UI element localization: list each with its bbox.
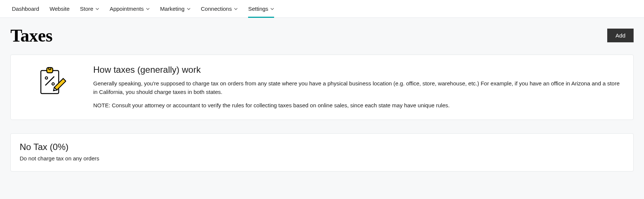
nav-label: Connections bbox=[201, 6, 232, 12]
nav-label: Marketing bbox=[160, 6, 185, 12]
nav-label: Appointments bbox=[110, 6, 144, 12]
nav-label: Store bbox=[80, 6, 93, 12]
nav-item-marketing[interactable]: Marketing bbox=[160, 0, 191, 18]
nav-item-website[interactable]: Website bbox=[49, 0, 69, 18]
tax-rule-card[interactable]: No Tax (0%) Do not charge tax on any ord… bbox=[10, 133, 634, 172]
chevron-down-icon bbox=[187, 7, 191, 11]
nav-item-dashboard[interactable]: Dashboard bbox=[12, 0, 39, 18]
page-header: Taxes Add bbox=[10, 25, 634, 46]
svg-point-2 bbox=[49, 68, 51, 70]
info-card-body: How taxes (generally) work Generally spe… bbox=[93, 65, 622, 110]
nav-item-connections[interactable]: Connections bbox=[201, 0, 238, 18]
chevron-down-icon bbox=[270, 7, 274, 11]
info-card-paragraph: Generally speaking, you're supposed to c… bbox=[93, 79, 622, 96]
tax-rule-description: Do not charge tax on any orders bbox=[20, 155, 624, 162]
info-card-title: How taxes (generally) work bbox=[93, 65, 622, 75]
add-button[interactable]: Add bbox=[607, 29, 634, 42]
nav-label: Settings bbox=[248, 6, 268, 12]
nav-label: Dashboard bbox=[12, 6, 39, 12]
page-content: Taxes Add How taxes (generally) work Gen… bbox=[0, 18, 644, 186]
nav-label: Website bbox=[49, 6, 69, 12]
tax-rule-title: No Tax (0%) bbox=[20, 142, 624, 152]
nav-item-settings[interactable]: Settings bbox=[248, 0, 274, 18]
info-card: How taxes (generally) work Generally spe… bbox=[10, 55, 634, 120]
page-title: Taxes bbox=[10, 25, 52, 46]
chevron-down-icon bbox=[95, 7, 99, 11]
clipboard-percent-icon bbox=[22, 65, 81, 97]
nav-item-appointments[interactable]: Appointments bbox=[110, 0, 150, 18]
top-nav: Dashboard Website Store Appointments Mar… bbox=[0, 0, 644, 18]
chevron-down-icon bbox=[146, 7, 150, 11]
nav-item-store[interactable]: Store bbox=[80, 0, 99, 18]
chevron-down-icon bbox=[234, 7, 238, 11]
info-card-note: NOTE: Consult your attorney or accountan… bbox=[93, 101, 622, 110]
